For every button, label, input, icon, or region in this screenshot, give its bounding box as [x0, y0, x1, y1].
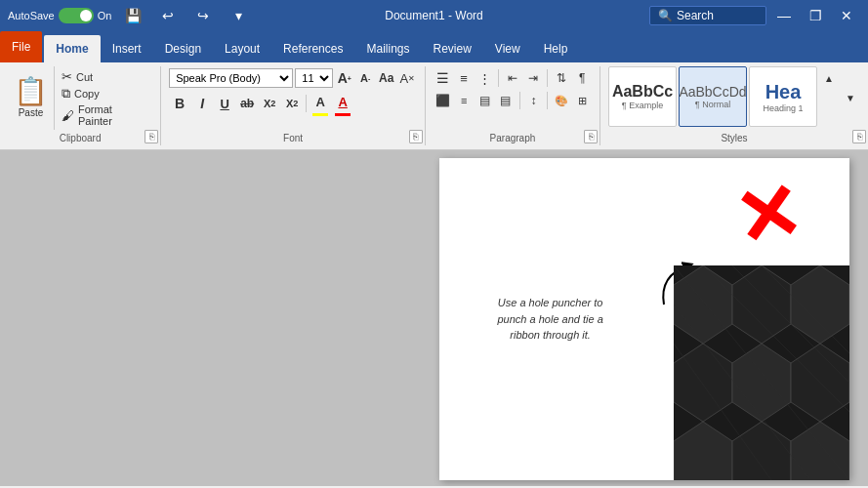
underline-button[interactable]: U — [214, 93, 235, 114]
subscript-button[interactable]: X2 — [259, 93, 280, 114]
font-expand-button[interactable]: ⎘ — [409, 130, 423, 143]
tab-insert[interactable]: Insert — [101, 35, 153, 62]
paste-button[interactable]: 📋 Paste — [8, 66, 55, 130]
style-example-preview: AaBbCc — [612, 83, 673, 101]
autosave-label: AutoSave — [8, 10, 55, 21]
font-group: Speak Pro (Body) 11 A+ A- Aa A✕ B I U ab… — [161, 66, 426, 145]
red-x-mark: ✕ — [728, 173, 806, 261]
format-divider — [306, 95, 307, 112]
format-painter-icon: 🖌 — [62, 108, 74, 123]
align-center-button[interactable]: ≡ — [454, 91, 473, 110]
left-panel — [0, 150, 420, 486]
style-normal[interactable]: AaBbCcDd ¶ Normal — [679, 66, 747, 127]
customize-qat-button[interactable]: ▾ — [225, 2, 252, 29]
tab-home-label: Home — [56, 42, 88, 56]
strikethrough-button[interactable]: ab — [236, 93, 258, 114]
tab-design[interactable]: Design — [153, 35, 213, 62]
styles-group: AaBbCc ¶ Example AaBbCcDd ¶ Normal Hea H… — [600, 66, 868, 145]
align-left-button[interactable]: ⬛ — [434, 91, 452, 110]
undo-button[interactable]: ↩ — [154, 2, 182, 29]
tab-mailings[interactable]: Mailings — [354, 35, 421, 62]
main-area: Use a hole puncher to punch a hole and t… — [0, 150, 868, 486]
maximize-button[interactable]: ❐ — [802, 2, 829, 29]
show-formatting-button[interactable]: ¶ — [573, 68, 592, 88]
increase-indent-button[interactable]: ⇥ — [524, 68, 543, 88]
justify-button[interactable]: ▤ — [496, 91, 515, 110]
decrease-indent-button[interactable]: ⇤ — [503, 68, 521, 88]
font-row2: B I U ab X2 X2 A A — [169, 91, 417, 116]
title-text: Document1 - Word — [385, 9, 482, 22]
italic-button[interactable]: I — [191, 93, 213, 114]
close-button[interactable]: ✕ — [833, 2, 860, 29]
paste-label: Paste — [19, 107, 44, 118]
para-divider1 — [498, 69, 499, 87]
tab-view-label: View — [495, 42, 520, 56]
copy-button[interactable]: ⧉ Copy — [59, 85, 148, 102]
styles-expand-button[interactable]: ⎘ — [852, 130, 866, 143]
title-bar-left: AutoSave On 💾 ↩ ↪ ▾ — [8, 2, 252, 29]
ribbon-content: 📋 Paste ✂ Cut ⧉ Copy 🖌 Format Painter Cl… — [0, 62, 868, 150]
paragraph-expand-button[interactable]: ⎘ — [584, 130, 598, 143]
save-button[interactable]: 💾 — [119, 2, 146, 29]
tab-file-label: File — [12, 40, 30, 54]
para-divider4 — [547, 92, 548, 109]
autosave-toggle[interactable]: AutoSave On — [8, 8, 111, 23]
multilevel-list-button[interactable]: ⋮ — [475, 68, 494, 88]
change-case-button[interactable]: Aa — [377, 68, 395, 88]
clipboard-group-label: Clipboard — [60, 133, 102, 143]
font-group-label: Font — [283, 133, 303, 143]
cut-button[interactable]: ✂ Cut — [59, 68, 148, 85]
font-size-select[interactable]: 11 — [295, 68, 333, 88]
cut-label: Cut — [76, 71, 93, 83]
tab-help[interactable]: Help — [532, 35, 580, 62]
tab-layout[interactable]: Layout — [213, 35, 271, 62]
tab-file[interactable]: File — [0, 31, 42, 62]
geometric-box — [674, 265, 849, 480]
style-example[interactable]: AaBbCc ¶ Example — [608, 66, 677, 127]
format-painter-button[interactable]: 🖌 Format Painter — [59, 102, 148, 128]
copy-icon: ⧉ — [62, 86, 70, 102]
highlight-color-bar — [312, 113, 328, 116]
clipboard-expand-button[interactable]: ⎘ — [145, 130, 158, 143]
bold-button[interactable]: B — [169, 93, 190, 114]
style-heading1[interactable]: Hea Heading 1 — [749, 66, 817, 127]
paste-icon: 📋 — [14, 78, 48, 105]
tab-review-label: Review — [433, 42, 471, 56]
styles-scroll-up[interactable]: ▲ — [819, 68, 839, 88]
shading-button[interactable]: 🎨 — [552, 91, 570, 110]
increase-font-button[interactable]: A+ — [335, 68, 353, 88]
autosave-state: On — [98, 10, 112, 21]
tab-view[interactable]: View — [483, 35, 532, 62]
numbered-list-button[interactable]: ≡ — [454, 68, 473, 88]
document-area[interactable]: Use a hole puncher to punch a hole and t… — [420, 150, 868, 486]
clipboard-group: 📋 Paste ✂ Cut ⧉ Copy 🖌 Format Painter Cl… — [0, 66, 161, 145]
decrease-font-button[interactable]: A- — [356, 68, 375, 88]
superscript-button[interactable]: X2 — [281, 93, 303, 114]
bullet-list-button[interactable]: ☰ — [434, 68, 452, 88]
tab-home[interactable]: Home — [44, 35, 100, 62]
format-painter-label: Format Painter — [78, 103, 145, 127]
title-bar: AutoSave On 💾 ↩ ↪ ▾ Document1 - Word 🔍 S… — [0, 0, 868, 31]
styles-scroll-down[interactable]: ▼ — [841, 88, 860, 107]
paragraph-group-label: Paragraph — [490, 133, 536, 143]
paragraph-row1: ☰ ≡ ⋮ ⇤ ⇥ ⇅ ¶ — [434, 68, 592, 88]
style-normal-preview: AaBbCcDd — [679, 84, 746, 100]
paragraph-group: ☰ ≡ ⋮ ⇤ ⇥ ⇅ ¶ ⬛ ≡ ▤ ▤ ↕ 🎨 ⊞ P — [426, 66, 600, 145]
tab-references[interactable]: References — [271, 35, 354, 62]
style-items: AaBbCc ¶ Example AaBbCcDd ¶ Normal Hea H… — [608, 66, 860, 127]
tab-review[interactable]: Review — [421, 35, 482, 62]
text-highlight-button[interactable]: A — [310, 91, 331, 116]
search-box[interactable]: 🔍 Search — [649, 6, 766, 25]
tab-layout-label: Layout — [225, 42, 260, 56]
borders-button[interactable]: ⊞ — [573, 91, 592, 110]
font-family-select[interactable]: Speak Pro (Body) — [169, 68, 293, 88]
redo-button[interactable]: ↪ — [189, 2, 217, 29]
autosave-pill[interactable] — [59, 8, 94, 23]
minimize-button[interactable]: — — [770, 2, 798, 29]
sort-button[interactable]: ⇅ — [552, 68, 570, 88]
clear-format-button[interactable]: A✕ — [397, 68, 416, 88]
style-example-label: ¶ Example — [622, 101, 663, 110]
font-color-button[interactable]: A — [332, 91, 353, 116]
line-spacing-button[interactable]: ↕ — [524, 91, 543, 110]
align-right-button[interactable]: ▤ — [475, 91, 494, 110]
